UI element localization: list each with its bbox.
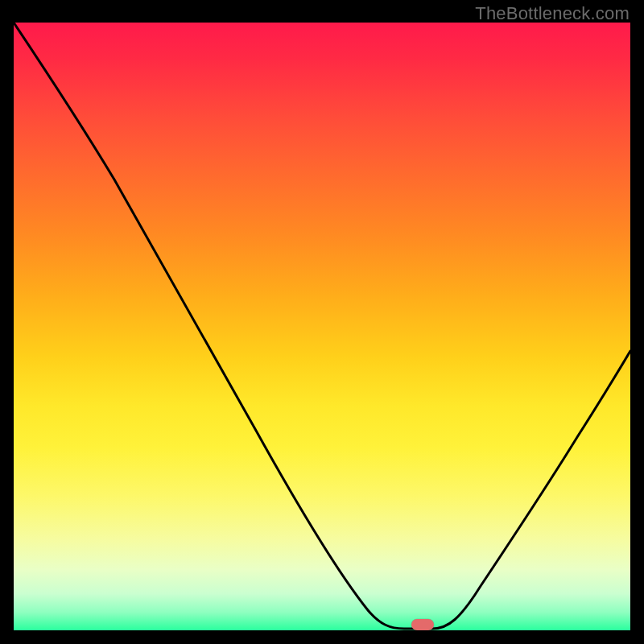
- chart-frame: TheBottleneck.com: [0, 0, 644, 644]
- bottleneck-curve: [14, 23, 630, 630]
- optimal-marker: [411, 619, 434, 630]
- watermark-text: TheBottleneck.com: [475, 3, 630, 24]
- curve-path: [14, 23, 630, 629]
- plot-area: [14, 23, 630, 630]
